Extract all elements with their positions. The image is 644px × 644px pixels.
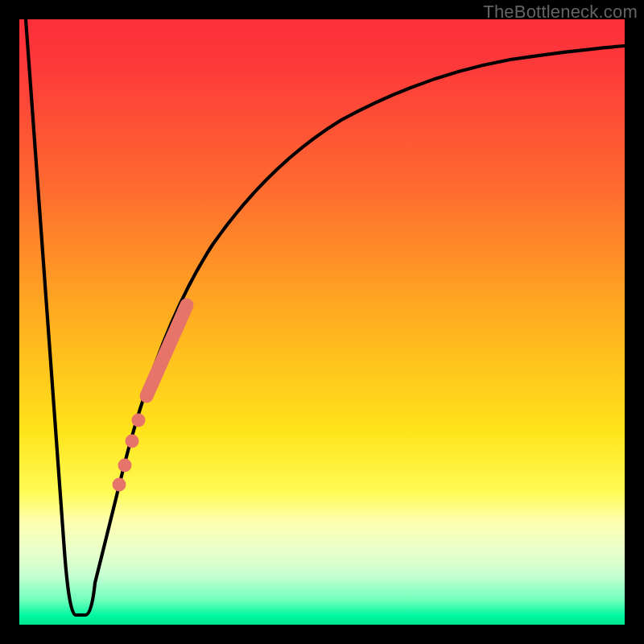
marker-dot bbox=[126, 435, 139, 448]
marker-dot bbox=[113, 478, 126, 492]
curve-path bbox=[26, 19, 625, 615]
bottleneck-curve bbox=[19, 19, 625, 625]
marker-dot bbox=[132, 414, 146, 427]
marker-thick-segment bbox=[147, 305, 187, 396]
marker-dot bbox=[118, 459, 132, 473]
attribution-text: TheBottleneck.com bbox=[483, 2, 638, 23]
chart-frame: TheBottleneck.com bbox=[0, 0, 644, 644]
plot-area bbox=[19, 19, 625, 625]
